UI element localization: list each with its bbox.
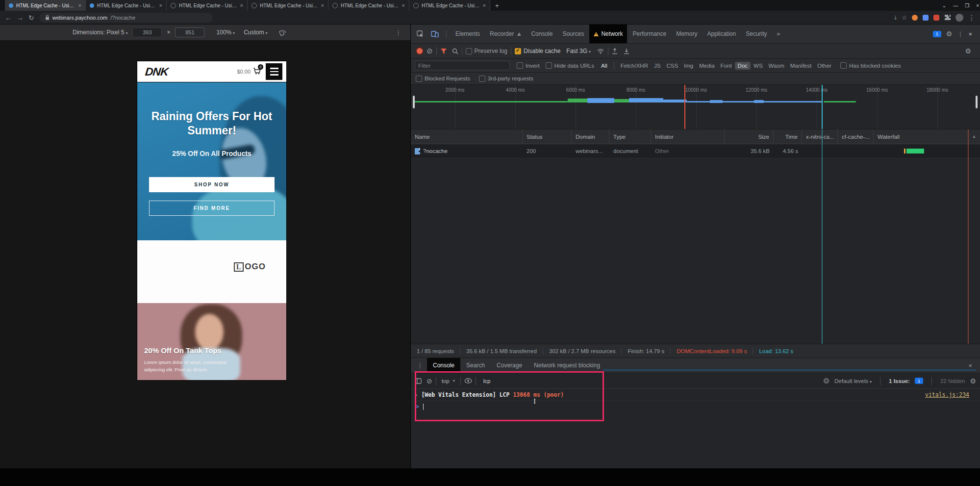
preserve-log-checkbox[interactable]: Preserve log: [466, 48, 507, 54]
tab-network[interactable]: Network: [589, 25, 627, 43]
col-type[interactable]: Type: [609, 129, 651, 144]
col-status[interactable]: Status: [523, 129, 572, 144]
invert-checkbox[interactable]: Invert: [517, 62, 540, 69]
tab-performance[interactable]: Performance: [628, 25, 671, 43]
col-domain[interactable]: Domain: [572, 129, 609, 144]
device-dimensions-select[interactable]: Dimensions: Pixel 5▾: [73, 29, 127, 36]
overview-right-handle[interactable]: [976, 96, 978, 108]
blocked-requests-checkbox[interactable]: Blocked Requests: [416, 76, 470, 82]
hidden-messages-label[interactable]: 22 hidden: [940, 378, 965, 384]
console-settings-gear-icon[interactable]: ⚙: [970, 377, 976, 385]
network-overview-timeline[interactable]: 2000 ms 4000 ms 6000 ms 8000 ms 10000 ms…: [411, 85, 980, 129]
col-initiator[interactable]: Initiator: [651, 129, 725, 144]
type-filter-other[interactable]: Other: [814, 62, 834, 70]
type-filter-ws[interactable]: WS: [751, 62, 766, 70]
type-filter-all[interactable]: All: [598, 62, 610, 70]
type-filter-font[interactable]: Font: [718, 62, 735, 70]
network-settings-gear-icon[interactable]: ⚙: [965, 47, 976, 55]
toggle-device-toolbar-icon[interactable]: [428, 30, 442, 37]
bookmark-star-icon[interactable]: ☆: [902, 14, 907, 21]
type-filter-img[interactable]: Img: [681, 62, 696, 70]
device-zoom-select[interactable]: 100%▾: [216, 29, 235, 36]
maximize-icon[interactable]: ❐: [965, 3, 969, 8]
type-filter-css[interactable]: CSS: [663, 62, 681, 70]
hide-data-urls-checkbox[interactable]: Hide data URLs: [546, 62, 594, 69]
export-har-icon[interactable]: [624, 48, 629, 54]
extensions-puzzle-icon[interactable]: [944, 14, 951, 21]
expand-triangle-icon[interactable]: ▶: [415, 392, 417, 397]
forward-icon[interactable]: →: [17, 14, 24, 22]
console-context-select[interactable]: top▾: [440, 378, 457, 384]
clear-console-icon[interactable]: ⊘: [427, 377, 432, 385]
tab-close-icon[interactable]: ×: [240, 2, 243, 8]
reload-icon[interactable]: ↻: [28, 14, 34, 22]
site-logo[interactable]: DNK: [145, 65, 169, 78]
request-row[interactable]: ?nocache 200 webinars... document Other …: [411, 144, 980, 158]
tab-close-icon[interactable]: ×: [321, 2, 324, 8]
tab-close-icon[interactable]: ×: [159, 2, 162, 8]
tab-sources[interactable]: Sources: [558, 25, 588, 43]
browser-tab[interactable]: HTML Edge Cache - Using a ×: [248, 0, 328, 11]
hamburger-menu-button[interactable]: [266, 63, 282, 80]
tab-security[interactable]: Security: [741, 25, 771, 43]
tab-application[interactable]: Application: [703, 25, 741, 43]
console-issues-badge[interactable]: 1: [915, 378, 923, 384]
address-bar[interactable]: webinars.paychoo.com/?nocache: [39, 13, 213, 23]
devtools-settings-gear-icon[interactable]: ⚙: [946, 30, 953, 38]
disable-cache-checkbox[interactable]: Disable cache: [515, 48, 560, 54]
issues-count-badge[interactable]: 1: [933, 31, 941, 37]
type-filter-media[interactable]: Media: [696, 62, 717, 70]
console-filter-input[interactable]: lcp: [483, 378, 491, 384]
device-toolbar-kebab-icon[interactable]: ⋮: [395, 29, 402, 36]
extension-icon[interactable]: [933, 15, 939, 21]
col-name[interactable]: Name: [411, 129, 523, 144]
col-size[interactable]: Size: [725, 129, 774, 144]
drawer-tab-console[interactable]: Console: [427, 358, 460, 373]
clear-filter-icon[interactable]: [823, 378, 829, 384]
overview-left-handle[interactable]: [413, 96, 415, 108]
import-har-icon[interactable]: [612, 48, 618, 54]
browser-tab[interactable]: HTML Edge Cache - Using a ×: [167, 0, 248, 11]
back-icon[interactable]: ←: [5, 14, 12, 22]
cart-area[interactable]: $0.00 0: [237, 67, 261, 76]
more-tabs-chevron[interactable]: »: [773, 25, 785, 43]
new-tab-button[interactable]: +: [490, 0, 504, 11]
log-source-link[interactable]: vitals.js:234: [925, 391, 976, 398]
col-x-nitro[interactable]: x-nitro-ca...: [802, 129, 838, 144]
type-filter-js[interactable]: JS: [651, 62, 663, 70]
rotate-device-icon[interactable]: [279, 29, 286, 36]
device-throttle-select[interactable]: Custom▾: [244, 29, 267, 36]
tab-close-icon[interactable]: ×: [483, 2, 486, 8]
issues-label[interactable]: 1 Issue:: [889, 378, 910, 384]
browser-tab[interactable]: HTML Edge Cache - Using a ×: [86, 0, 167, 11]
console-prompt[interactable]: >: [411, 401, 980, 412]
col-waterfall[interactable]: Waterfall ▲: [874, 129, 980, 144]
search-icon[interactable]: [452, 48, 458, 54]
drawer-tab-coverage[interactable]: Coverage: [491, 358, 528, 373]
type-filter-wasm[interactable]: Wasm: [766, 62, 787, 70]
tab-search-icon[interactable]: ⌄: [942, 3, 946, 8]
profile-avatar[interactable]: [955, 14, 963, 22]
drawer-tab-search[interactable]: Search: [460, 358, 491, 373]
console-levels-select[interactable]: Default levels▾: [834, 378, 872, 384]
browser-tab[interactable]: HTML Edge Cache - Using a ×: [5, 0, 86, 11]
device-width-input[interactable]: 393: [132, 27, 162, 37]
tab-console[interactable]: Console: [527, 25, 557, 43]
col-cf-cache[interactable]: cf-cache-...: [838, 129, 874, 144]
col-time[interactable]: Time: [774, 129, 802, 144]
browser-tab[interactable]: HTML Edge Cache - Using a ×: [328, 0, 409, 11]
browser-menu-kebab-icon[interactable]: ⋮: [968, 14, 975, 22]
devtools-kebab-icon[interactable]: ⋮: [957, 30, 963, 38]
share-icon[interactable]: ⤓: [894, 14, 897, 21]
shop-now-button[interactable]: SHOP NOW: [149, 177, 275, 192]
tab-close-icon[interactable]: ×: [402, 2, 405, 8]
extension-icon[interactable]: [912, 15, 918, 21]
network-filter-input[interactable]: Filter: [415, 61, 510, 70]
find-more-button[interactable]: FIND MORE: [149, 201, 275, 216]
inspect-element-icon[interactable]: [414, 30, 427, 38]
tab-recorder[interactable]: Recorder: [485, 25, 526, 43]
tab-elements[interactable]: Elements: [451, 25, 484, 43]
has-blocked-cookies-checkbox[interactable]: Has blocked cookies: [840, 62, 901, 69]
third-party-requests-checkbox[interactable]: 3rd-party requests: [479, 76, 533, 82]
extension-icon[interactable]: [923, 15, 929, 21]
